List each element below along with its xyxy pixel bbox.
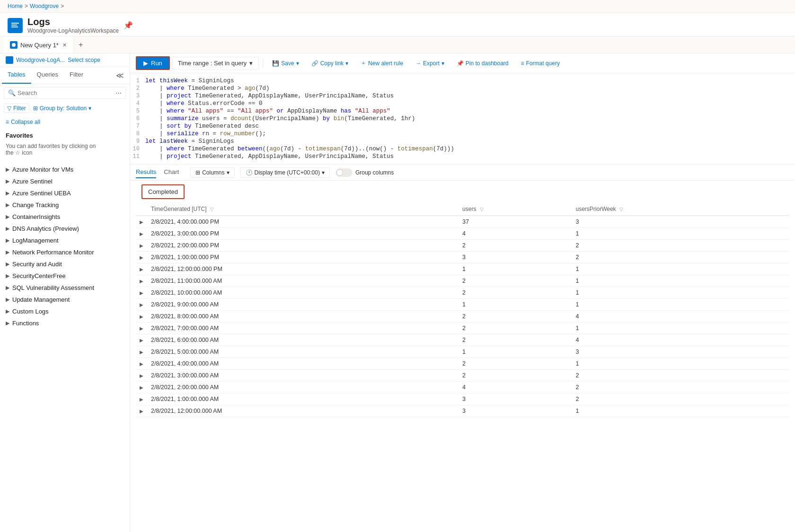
section-item-azure-monitor-vms[interactable]: ▶ Azure Monitor for VMs xyxy=(0,164,130,175)
svg-rect-0 xyxy=(11,23,19,24)
sidebar-tab-queries[interactable]: Queries xyxy=(31,67,64,84)
breadcrumb-sep1: > xyxy=(25,3,28,9)
chevron-icon: ▶ xyxy=(6,297,9,303)
row-expand-icon[interactable]: ▶ xyxy=(140,290,143,296)
copy-link-button[interactable]: 🔗 Copy link ▾ xyxy=(306,57,353,70)
svg-point-3 xyxy=(12,43,16,47)
sidebar-collapse-button[interactable]: ≪ xyxy=(112,67,128,84)
results-table-container[interactable]: TimeGenerated [UTC] ▽ users ▽ usersPrior… xyxy=(130,203,795,532)
filter-icon: ▽ xyxy=(7,105,11,112)
columns-button[interactable]: ⊞ Columns ▾ xyxy=(190,167,234,178)
cell-users: 3 xyxy=(459,252,572,263)
collapse-label: Collapse all xyxy=(11,119,40,125)
save-button[interactable]: 💾 Save ▾ xyxy=(267,57,304,70)
cell-prior: 1 xyxy=(572,228,789,240)
row-expand-icon[interactable]: ▶ xyxy=(140,243,143,248)
cell-users: 2 xyxy=(459,323,572,334)
workspace-name[interactable]: Woodgrove-LogA... xyxy=(16,57,65,63)
time-range-label: Time range : Set in query xyxy=(178,60,247,67)
section-item-change-tracking[interactable]: ▶ Change Tracking xyxy=(0,199,130,211)
section-item-network-performance[interactable]: ▶ Network Performance Monitor xyxy=(0,246,130,258)
sidebar-tab-tables[interactable]: Tables xyxy=(2,67,31,84)
query-editor[interactable]: 1 let thisWeek = SigninLogs 2 | where Ti… xyxy=(130,73,795,165)
sidebar-content: ≡ Collapse all Favorites You can add fav… xyxy=(0,115,130,532)
pin-icon[interactable]: 📌 xyxy=(124,21,133,30)
search-input[interactable] xyxy=(18,89,114,96)
row-expand-icon[interactable]: ▶ xyxy=(140,326,143,331)
results-tab-chart[interactable]: Chart xyxy=(164,166,179,178)
columns-label: Columns xyxy=(202,169,224,176)
format-query-button[interactable]: ≡ Format query xyxy=(516,57,565,70)
chevron-icon: ▶ xyxy=(6,237,9,244)
select-scope-link[interactable]: Select scope xyxy=(68,57,100,63)
search-more-icon[interactable]: ⋯ xyxy=(115,89,122,96)
cell-users: 1 xyxy=(459,299,572,311)
section-item-update-management[interactable]: ▶ Update Management xyxy=(0,294,130,305)
collapse-all-button[interactable]: ≡ Collapse all xyxy=(0,117,130,127)
breadcrumb: Home > Woodgrove > xyxy=(0,0,795,13)
row-expand-icon[interactable]: ▶ xyxy=(140,267,143,272)
table-row: ▶ 2/8/2021, 12:00:00.000 AM 3 1 xyxy=(136,405,789,417)
group-columns-toggle[interactable]: Group columns xyxy=(336,168,394,177)
filter-icon[interactable]: ▽ xyxy=(210,207,214,212)
filter-icon[interactable]: ▽ xyxy=(480,207,484,212)
tab-new-query-1[interactable]: New Query 1* ✕ xyxy=(4,36,73,53)
section-item-azure-sentinel-ueba[interactable]: ▶ Azure Sentinel UEBA xyxy=(0,187,130,199)
export-label: Export xyxy=(423,60,440,67)
export-button[interactable]: → Export ▾ xyxy=(410,57,450,70)
cell-time: 2/8/2021, 7:00:00.000 AM xyxy=(147,323,459,334)
sidebar-search-box[interactable]: 🔍 ⋯ xyxy=(4,87,126,99)
section-item-security-center-free[interactable]: ▶ SecurityCenterFree xyxy=(0,270,130,282)
section-item-azure-sentinel[interactable]: ▶ Azure Sentinel xyxy=(0,175,130,187)
row-expand-icon[interactable]: ▶ xyxy=(140,302,143,307)
filter-icon[interactable]: ▽ xyxy=(619,207,623,212)
page-title: Logs xyxy=(27,17,119,27)
row-expand-icon[interactable]: ▶ xyxy=(140,279,143,284)
tab-close-button[interactable]: ✕ xyxy=(62,42,67,48)
table-row: ▶ 2/8/2021, 3:00:00.000 AM 2 2 xyxy=(136,370,789,382)
save-label: Save xyxy=(281,60,294,67)
section-item-custom-logs[interactable]: ▶ Custom Logs xyxy=(0,305,130,317)
group-by-button[interactable]: ⊞ Group by: Solution ▾ xyxy=(33,105,91,112)
row-expand-icon[interactable]: ▶ xyxy=(140,314,143,319)
row-expand-icon[interactable]: ▶ xyxy=(140,397,143,402)
table-row: ▶ 2/8/2021, 1:00:00.000 PM 3 2 xyxy=(136,252,789,263)
breadcrumb-home[interactable]: Home xyxy=(8,3,23,9)
time-range-button[interactable]: Time range : Set in query ▾ xyxy=(172,57,259,70)
run-button[interactable]: ▶ Run xyxy=(136,56,170,70)
col-time-generated[interactable]: TimeGenerated [UTC] ▽ xyxy=(147,203,459,216)
section-item-security-audit[interactable]: ▶ Security and Audit xyxy=(0,258,130,270)
section-item-sql-vulnerability[interactable]: ▶ SQL Vulnerability Assessment xyxy=(0,282,130,294)
row-expand-icon[interactable]: ▶ xyxy=(140,361,143,366)
filter-button[interactable]: ▽ Filter xyxy=(4,104,29,113)
row-expand-icon[interactable]: ▶ xyxy=(140,349,143,355)
cell-time: 2/8/2021, 1:00:00.000 PM xyxy=(147,252,459,263)
row-expand-icon[interactable]: ▶ xyxy=(140,385,143,390)
row-expand-icon[interactable]: ▶ xyxy=(140,231,143,236)
display-time-button[interactable]: 🕐 Display time (UTC+00:00) ▾ xyxy=(240,167,330,178)
cell-time: 2/8/2021, 2:00:00.000 AM xyxy=(147,382,459,393)
cell-time: 2/8/2021, 5:00:00.000 AM xyxy=(147,346,459,358)
row-expand-icon[interactable]: ▶ xyxy=(140,219,143,225)
section-label: Azure Sentinel UEBA xyxy=(12,190,71,197)
chevron-icon: ▶ xyxy=(6,320,9,326)
sidebar-tab-filter[interactable]: Filter xyxy=(64,67,89,84)
section-item-container-insights[interactable]: ▶ ContainerInsights xyxy=(0,211,130,223)
row-expand-icon[interactable]: ▶ xyxy=(140,255,143,260)
col-users[interactable]: users ▽ xyxy=(459,203,572,216)
section-item-functions[interactable]: ▶ Functions xyxy=(0,317,130,329)
breadcrumb-woodgrove[interactable]: Woodgrove xyxy=(30,3,59,9)
section-item-log-management[interactable]: ▶ LogManagement xyxy=(0,235,130,246)
cell-time: 2/8/2021, 6:00:00.000 AM xyxy=(147,334,459,346)
row-expand-icon[interactable]: ▶ xyxy=(140,338,143,343)
pin-to-dashboard-button[interactable]: 📌 Pin to dashboard xyxy=(451,57,514,70)
section-item-dns-analytics[interactable]: ▶ DNS Analytics (Preview) xyxy=(0,223,130,235)
row-expand-icon[interactable]: ▶ xyxy=(140,409,143,414)
col-users-prior-week[interactable]: usersPriorWeek ▽ xyxy=(572,203,789,216)
results-tab-results[interactable]: Results xyxy=(136,166,156,178)
toggle-switch-control[interactable] xyxy=(336,168,353,177)
new-alert-button[interactable]: ＋ New alert rule xyxy=(355,56,408,70)
tab-add-button[interactable]: + xyxy=(74,41,88,49)
cell-users: 2 xyxy=(459,334,572,346)
row-expand-icon[interactable]: ▶ xyxy=(140,373,143,378)
